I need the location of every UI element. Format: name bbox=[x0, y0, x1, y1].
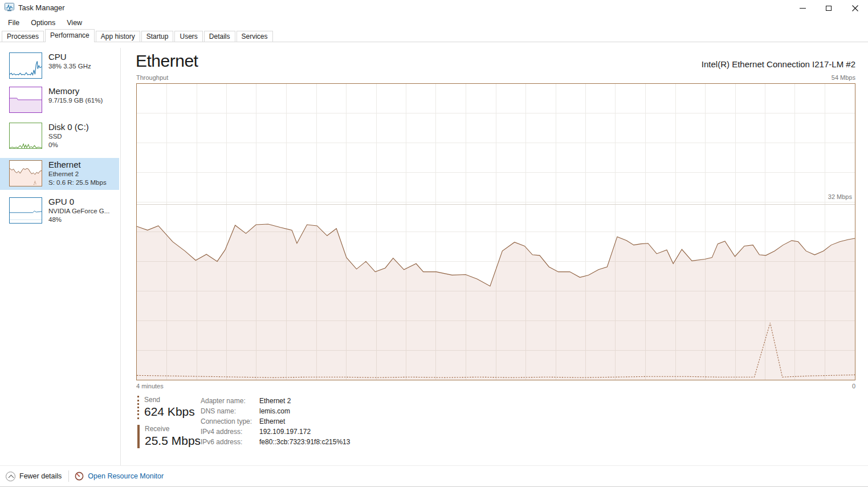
send-stat: Send 624 Kbps bbox=[137, 396, 195, 419]
ethernet-thumbnail-chart bbox=[9, 160, 42, 186]
ipv4-value: 192.109.197.172 bbox=[259, 427, 311, 437]
tab-details[interactable]: Details bbox=[204, 31, 235, 42]
window-title: Task Manager bbox=[18, 3, 65, 12]
time-axis-left-label: 4 minutes bbox=[136, 383, 164, 389]
tab-performance[interactable]: Performance bbox=[45, 29, 95, 42]
connection-type-value: Ethernet bbox=[259, 416, 285, 427]
disk-thumbnail-chart bbox=[9, 123, 42, 149]
menu-options[interactable]: Options bbox=[25, 17, 61, 29]
detail-row-ipv4: IPv4 address: 192.109.197.172 bbox=[201, 427, 350, 437]
disk-title: Disk 0 (C:) bbox=[48, 121, 117, 132]
close-icon bbox=[852, 5, 858, 11]
open-resource-monitor-label: Open Resource Monitor bbox=[88, 472, 164, 480]
detail-row-dns-name: DNS name: lemis.com bbox=[201, 406, 350, 416]
connection-type-label: Connection type: bbox=[201, 416, 259, 427]
tab-processes[interactable]: Processes bbox=[2, 31, 44, 42]
menu-view[interactable]: View bbox=[61, 17, 88, 29]
tab-startup[interactable]: Startup bbox=[141, 31, 174, 42]
maximize-button[interactable] bbox=[816, 0, 842, 16]
send-value: 624 Kbps bbox=[144, 404, 195, 419]
throughput-label: Throughput bbox=[136, 74, 168, 81]
gpu-title: GPU 0 bbox=[48, 196, 117, 207]
connection-details: Adapter name: Ethernet 2 DNS name: lemis… bbox=[201, 396, 350, 447]
memory-thumbnail-chart bbox=[9, 87, 42, 113]
adapter-name-label: Adapter name: bbox=[201, 396, 259, 406]
detail-row-connection-type: Connection type: Ethernet bbox=[201, 416, 350, 427]
gpu-usage: 48% bbox=[48, 216, 117, 224]
scale-top-label: 54 Mbps bbox=[832, 74, 855, 81]
ethernet-title: Ethernet bbox=[48, 159, 117, 170]
minimize-button[interactable] bbox=[789, 0, 816, 16]
dns-name-label: DNS name: bbox=[201, 406, 259, 416]
title-bar: Task Manager bbox=[0, 0, 868, 16]
send-label: Send bbox=[144, 396, 195, 404]
memory-usage: 9.7/15.9 GB (61%) bbox=[48, 96, 117, 105]
throughput-chart: 32 Mbps bbox=[136, 83, 855, 380]
footer-bar: Fewer details Open Resource Monitor bbox=[0, 466, 868, 486]
cpu-thumbnail-chart bbox=[9, 52, 42, 79]
detail-row-adapter-name: Adapter name: Ethernet 2 bbox=[201, 396, 350, 406]
cpu-title: CPU bbox=[48, 51, 117, 62]
resource-monitor-icon bbox=[75, 472, 84, 481]
receive-value: 25.5 Mbps bbox=[145, 433, 201, 448]
tab-app-history[interactable]: App history bbox=[96, 31, 140, 42]
open-resource-monitor-link[interactable]: Open Resource Monitor bbox=[75, 472, 164, 481]
fewer-details-button[interactable]: Fewer details bbox=[6, 472, 62, 481]
task-manager-window: Task Manager File Options View Processes… bbox=[0, 0, 868, 487]
minimize-icon bbox=[800, 8, 806, 9]
task-manager-icon bbox=[5, 3, 14, 12]
sidebar-item-memory[interactable]: Memory 9.7/15.9 GB (61%) bbox=[0, 84, 119, 116]
disk-usage: 0% bbox=[48, 141, 117, 149]
gpu-thumbnail-chart bbox=[9, 197, 42, 224]
close-button[interactable] bbox=[842, 0, 868, 16]
tab-strip: Processes Performance App history Startu… bbox=[0, 30, 868, 42]
tab-users[interactable]: Users bbox=[174, 31, 202, 42]
ethernet-throughput: S: 0.6 R: 25.5 Mbps bbox=[48, 178, 117, 187]
cpu-usage: 38% 3.35 GHz bbox=[48, 62, 117, 71]
time-axis-right-label: 0 bbox=[852, 383, 855, 389]
detail-row-ipv6: IPv6 address: fe80::3cb:7323:91f8:c215%1… bbox=[201, 437, 350, 447]
performance-sidebar: CPU 38% 3.35 GHz Memory 9.7/15.9 GB (61%… bbox=[0, 42, 120, 465]
ipv4-label: IPv4 address: bbox=[201, 427, 259, 437]
sidebar-item-cpu[interactable]: CPU 38% 3.35 GHz bbox=[0, 50, 119, 82]
ethernet-detail-pane: Ethernet Intel(R) Ethernet Connection I2… bbox=[121, 42, 868, 465]
ethernet-adapter: Ethernet 2 bbox=[48, 170, 117, 178]
adapter-name-heading: Intel(R) Ethernet Connection I217-LM #2 bbox=[702, 59, 855, 69]
sidebar-item-ethernet[interactable]: Ethernet Ethernet 2 S: 0.6 R: 25.5 Mbps bbox=[0, 158, 119, 190]
maximize-icon bbox=[826, 6, 832, 11]
receive-stat: Receive 25.5 Mbps bbox=[137, 425, 201, 448]
page-title: Ethernet bbox=[136, 51, 198, 71]
menu-bar: File Options View bbox=[0, 16, 868, 30]
throughput-chart-svg bbox=[137, 84, 855, 380]
adapter-name-value: Ethernet 2 bbox=[259, 396, 291, 406]
disk-type: SSD bbox=[48, 132, 117, 141]
fewer-details-label: Fewer details bbox=[19, 472, 62, 480]
menu-file[interactable]: File bbox=[2, 17, 25, 29]
chevron-up-circle-icon bbox=[6, 472, 15, 481]
dns-name-value: lemis.com bbox=[259, 406, 290, 416]
gpu-model: NVIDIA GeForce G... bbox=[48, 207, 117, 216]
sidebar-item-gpu[interactable]: GPU 0 NVIDIA GeForce G... 48% bbox=[0, 195, 119, 227]
memory-title: Memory bbox=[48, 86, 117, 96]
tab-services[interactable]: Services bbox=[237, 31, 273, 42]
ipv6-label: IPv6 address: bbox=[201, 437, 259, 447]
footer-separator bbox=[68, 470, 69, 482]
scale-mid-label: 32 Mbps bbox=[828, 193, 852, 200]
ipv6-value: fe80::3cb:7323:91f8:c215%13 bbox=[259, 437, 350, 447]
receive-label: Receive bbox=[145, 425, 201, 433]
sidebar-item-disk[interactable]: Disk 0 (C:) SSD 0% bbox=[0, 120, 119, 152]
